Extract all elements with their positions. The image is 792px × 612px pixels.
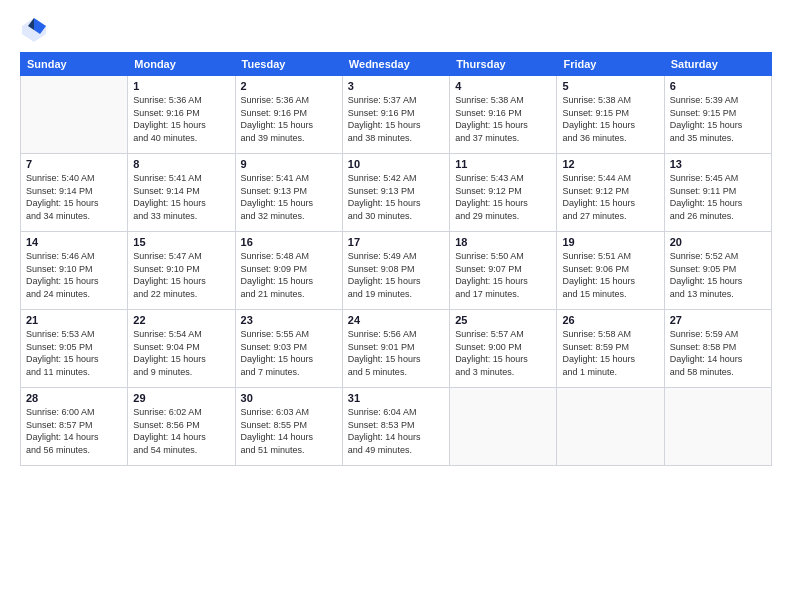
day-info: Sunrise: 5:54 AM Sunset: 9:04 PM Dayligh… (133, 328, 229, 378)
day-info: Sunrise: 5:47 AM Sunset: 9:10 PM Dayligh… (133, 250, 229, 300)
day-number: 28 (26, 392, 122, 404)
day-info: Sunrise: 5:44 AM Sunset: 9:12 PM Dayligh… (562, 172, 658, 222)
day-info: Sunrise: 5:36 AM Sunset: 9:16 PM Dayligh… (241, 94, 337, 144)
weekday-header: Sunday (21, 53, 128, 76)
day-number: 21 (26, 314, 122, 326)
calendar-cell: 29Sunrise: 6:02 AM Sunset: 8:56 PM Dayli… (128, 388, 235, 466)
day-number: 30 (241, 392, 337, 404)
day-number: 16 (241, 236, 337, 248)
calendar-cell: 23Sunrise: 5:55 AM Sunset: 9:03 PM Dayli… (235, 310, 342, 388)
calendar-cell: 12Sunrise: 5:44 AM Sunset: 9:12 PM Dayli… (557, 154, 664, 232)
calendar-cell: 5Sunrise: 5:38 AM Sunset: 9:15 PM Daylig… (557, 76, 664, 154)
calendar-cell: 31Sunrise: 6:04 AM Sunset: 8:53 PM Dayli… (342, 388, 449, 466)
calendar-cell: 30Sunrise: 6:03 AM Sunset: 8:55 PM Dayli… (235, 388, 342, 466)
day-number: 14 (26, 236, 122, 248)
day-number: 12 (562, 158, 658, 170)
calendar-cell: 15Sunrise: 5:47 AM Sunset: 9:10 PM Dayli… (128, 232, 235, 310)
calendar-cell: 22Sunrise: 5:54 AM Sunset: 9:04 PM Dayli… (128, 310, 235, 388)
calendar-cell (21, 76, 128, 154)
calendar-cell: 17Sunrise: 5:49 AM Sunset: 9:08 PM Dayli… (342, 232, 449, 310)
calendar-cell: 4Sunrise: 5:38 AM Sunset: 9:16 PM Daylig… (450, 76, 557, 154)
day-number: 24 (348, 314, 444, 326)
day-info: Sunrise: 5:39 AM Sunset: 9:15 PM Dayligh… (670, 94, 766, 144)
day-info: Sunrise: 6:00 AM Sunset: 8:57 PM Dayligh… (26, 406, 122, 456)
calendar-row: 21Sunrise: 5:53 AM Sunset: 9:05 PM Dayli… (21, 310, 772, 388)
day-number: 25 (455, 314, 551, 326)
calendar-cell: 19Sunrise: 5:51 AM Sunset: 9:06 PM Dayli… (557, 232, 664, 310)
calendar-table: SundayMondayTuesdayWednesdayThursdayFrid… (20, 52, 772, 466)
day-info: Sunrise: 5:43 AM Sunset: 9:12 PM Dayligh… (455, 172, 551, 222)
calendar-cell (450, 388, 557, 466)
calendar-cell: 21Sunrise: 5:53 AM Sunset: 9:05 PM Dayli… (21, 310, 128, 388)
calendar-row: 7Sunrise: 5:40 AM Sunset: 9:14 PM Daylig… (21, 154, 772, 232)
day-info: Sunrise: 6:04 AM Sunset: 8:53 PM Dayligh… (348, 406, 444, 456)
calendar-cell: 2Sunrise: 5:36 AM Sunset: 9:16 PM Daylig… (235, 76, 342, 154)
day-info: Sunrise: 6:03 AM Sunset: 8:55 PM Dayligh… (241, 406, 337, 456)
logo (20, 16, 52, 44)
day-number: 6 (670, 80, 766, 92)
day-number: 9 (241, 158, 337, 170)
day-info: Sunrise: 5:38 AM Sunset: 9:16 PM Dayligh… (455, 94, 551, 144)
day-number: 18 (455, 236, 551, 248)
calendar-cell: 10Sunrise: 5:42 AM Sunset: 9:13 PM Dayli… (342, 154, 449, 232)
calendar-cell: 3Sunrise: 5:37 AM Sunset: 9:16 PM Daylig… (342, 76, 449, 154)
day-info: Sunrise: 5:40 AM Sunset: 9:14 PM Dayligh… (26, 172, 122, 222)
calendar-cell: 11Sunrise: 5:43 AM Sunset: 9:12 PM Dayli… (450, 154, 557, 232)
calendar-cell: 20Sunrise: 5:52 AM Sunset: 9:05 PM Dayli… (664, 232, 771, 310)
day-info: Sunrise: 5:55 AM Sunset: 9:03 PM Dayligh… (241, 328, 337, 378)
day-number: 27 (670, 314, 766, 326)
day-number: 29 (133, 392, 229, 404)
weekday-header: Thursday (450, 53, 557, 76)
calendar-cell: 13Sunrise: 5:45 AM Sunset: 9:11 PM Dayli… (664, 154, 771, 232)
day-info: Sunrise: 5:41 AM Sunset: 9:14 PM Dayligh… (133, 172, 229, 222)
calendar-cell: 26Sunrise: 5:58 AM Sunset: 8:59 PM Dayli… (557, 310, 664, 388)
day-info: Sunrise: 5:57 AM Sunset: 9:00 PM Dayligh… (455, 328, 551, 378)
day-info: Sunrise: 5:56 AM Sunset: 9:01 PM Dayligh… (348, 328, 444, 378)
day-number: 3 (348, 80, 444, 92)
day-number: 4 (455, 80, 551, 92)
calendar-cell: 24Sunrise: 5:56 AM Sunset: 9:01 PM Dayli… (342, 310, 449, 388)
day-number: 23 (241, 314, 337, 326)
day-number: 11 (455, 158, 551, 170)
calendar-cell: 1Sunrise: 5:36 AM Sunset: 9:16 PM Daylig… (128, 76, 235, 154)
page: SundayMondayTuesdayWednesdayThursdayFrid… (0, 0, 792, 612)
calendar-cell: 8Sunrise: 5:41 AM Sunset: 9:14 PM Daylig… (128, 154, 235, 232)
day-info: Sunrise: 5:59 AM Sunset: 8:58 PM Dayligh… (670, 328, 766, 378)
day-number: 2 (241, 80, 337, 92)
calendar-cell: 16Sunrise: 5:48 AM Sunset: 9:09 PM Dayli… (235, 232, 342, 310)
calendar-cell: 27Sunrise: 5:59 AM Sunset: 8:58 PM Dayli… (664, 310, 771, 388)
day-info: Sunrise: 5:48 AM Sunset: 9:09 PM Dayligh… (241, 250, 337, 300)
day-info: Sunrise: 5:52 AM Sunset: 9:05 PM Dayligh… (670, 250, 766, 300)
day-number: 13 (670, 158, 766, 170)
day-info: Sunrise: 5:50 AM Sunset: 9:07 PM Dayligh… (455, 250, 551, 300)
day-number: 26 (562, 314, 658, 326)
day-info: Sunrise: 5:45 AM Sunset: 9:11 PM Dayligh… (670, 172, 766, 222)
day-info: Sunrise: 5:42 AM Sunset: 9:13 PM Dayligh… (348, 172, 444, 222)
day-info: Sunrise: 6:02 AM Sunset: 8:56 PM Dayligh… (133, 406, 229, 456)
day-info: Sunrise: 5:38 AM Sunset: 9:15 PM Dayligh… (562, 94, 658, 144)
weekday-header: Monday (128, 53, 235, 76)
day-number: 7 (26, 158, 122, 170)
day-info: Sunrise: 5:46 AM Sunset: 9:10 PM Dayligh… (26, 250, 122, 300)
calendar-header-row: SundayMondayTuesdayWednesdayThursdayFrid… (21, 53, 772, 76)
day-info: Sunrise: 5:58 AM Sunset: 8:59 PM Dayligh… (562, 328, 658, 378)
day-number: 31 (348, 392, 444, 404)
day-info: Sunrise: 5:37 AM Sunset: 9:16 PM Dayligh… (348, 94, 444, 144)
calendar-cell (664, 388, 771, 466)
calendar-cell: 9Sunrise: 5:41 AM Sunset: 9:13 PM Daylig… (235, 154, 342, 232)
day-number: 22 (133, 314, 229, 326)
day-number: 5 (562, 80, 658, 92)
calendar-cell: 25Sunrise: 5:57 AM Sunset: 9:00 PM Dayli… (450, 310, 557, 388)
weekday-header: Wednesday (342, 53, 449, 76)
day-number: 19 (562, 236, 658, 248)
calendar-cell: 28Sunrise: 6:00 AM Sunset: 8:57 PM Dayli… (21, 388, 128, 466)
day-info: Sunrise: 5:51 AM Sunset: 9:06 PM Dayligh… (562, 250, 658, 300)
weekday-header: Tuesday (235, 53, 342, 76)
day-info: Sunrise: 5:53 AM Sunset: 9:05 PM Dayligh… (26, 328, 122, 378)
day-number: 10 (348, 158, 444, 170)
calendar-row: 1Sunrise: 5:36 AM Sunset: 9:16 PM Daylig… (21, 76, 772, 154)
day-info: Sunrise: 5:36 AM Sunset: 9:16 PM Dayligh… (133, 94, 229, 144)
calendar-cell: 6Sunrise: 5:39 AM Sunset: 9:15 PM Daylig… (664, 76, 771, 154)
calendar-cell (557, 388, 664, 466)
calendar-cell: 7Sunrise: 5:40 AM Sunset: 9:14 PM Daylig… (21, 154, 128, 232)
